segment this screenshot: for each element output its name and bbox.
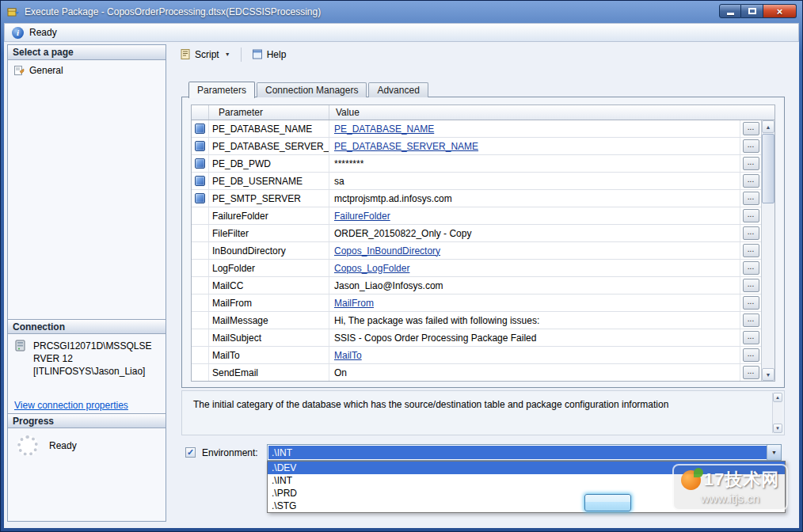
ellipsis-button[interactable]: ... bbox=[743, 174, 759, 188]
status-bar: i Ready bbox=[4, 23, 799, 42]
table-row[interactable]: MailMessageHi, The package was failed wi… bbox=[192, 312, 761, 329]
ellipsis-button[interactable]: ... bbox=[743, 244, 759, 257]
ellipsis-button[interactable]: ... bbox=[743, 192, 759, 205]
minimize-icon bbox=[727, 13, 734, 15]
table-row[interactable]: PE_DATABASE_NAMEPE_DATABASE_NAME... bbox=[192, 120, 761, 138]
package-icon bbox=[7, 6, 20, 18]
parameter-value-cell[interactable]: On bbox=[329, 364, 740, 381]
ellipsis-cell: ... bbox=[740, 260, 761, 276]
ellipsis-cell: ... bbox=[740, 294, 761, 311]
parameter-value-cell[interactable]: sa bbox=[329, 173, 740, 189]
parameter-value-cell[interactable]: mctprojsmtp.ad.infosys.com bbox=[329, 190, 740, 207]
parameter-icon bbox=[195, 176, 205, 186]
parameter-value-cell[interactable]: Copos_InBoundDirectory bbox=[329, 242, 740, 259]
ok-button[interactable] bbox=[584, 494, 631, 511]
close-button[interactable]: × bbox=[763, 4, 797, 18]
sidebar: Select a page General Connection bbox=[7, 44, 166, 522]
parameter-value-cell[interactable]: ******** bbox=[329, 155, 740, 172]
tab-strip: Parameters Connection Managers Advanced bbox=[188, 81, 430, 97]
parameter-value-cell[interactable]: Jason_Liao@Infosys.com bbox=[329, 277, 740, 294]
server-icon bbox=[14, 340, 29, 352]
table-row[interactable]: MailFromMailFrom... bbox=[192, 294, 761, 312]
parameter-value-cell[interactable]: MailTo bbox=[329, 347, 740, 363]
ellipsis-cell: ... bbox=[740, 190, 761, 207]
table-row[interactable]: MailSubjectSSIS - Copos Order Processing… bbox=[192, 329, 761, 347]
parameter-type-cell-empty bbox=[192, 207, 209, 224]
table-row[interactable]: FileFilterORDER_20150822_Only - Copy... bbox=[192, 225, 761, 242]
watermark-logo-icon bbox=[681, 470, 701, 490]
parameter-name-cell: MailCC bbox=[209, 277, 329, 294]
ellipsis-button[interactable]: ... bbox=[743, 157, 759, 170]
table-row[interactable]: PE_DB_PWD********... bbox=[192, 155, 761, 173]
ellipsis-button[interactable]: ... bbox=[743, 314, 759, 327]
ellipsis-cell: ... bbox=[740, 329, 761, 346]
table-row[interactable]: PE_DATABASE_SERVER_...PE_DATABASE_SERVER… bbox=[192, 138, 761, 155]
parameter-value-cell[interactable]: SSIS - Copos Order Processing Package Fa… bbox=[329, 329, 740, 346]
ellipsis-cell: ... bbox=[740, 242, 761, 259]
progress-header: Progress bbox=[8, 413, 166, 428]
description-scrollbar[interactable]: ▲ ▼ bbox=[772, 393, 782, 433]
environment-checkbox[interactable] bbox=[185, 447, 196, 458]
parameter-value-cell[interactable]: MailFrom bbox=[329, 294, 740, 311]
parameter-value-cell[interactable]: Hi, The package was failed with followin… bbox=[329, 312, 740, 329]
environment-combobox[interactable]: .\INT ▼ bbox=[267, 444, 782, 461]
table-row[interactable]: MailToMailTo... bbox=[192, 347, 761, 364]
desc-scroll-up-icon[interactable]: ▲ bbox=[773, 393, 782, 402]
help-button[interactable]: Help bbox=[246, 45, 292, 63]
parameter-value-cell[interactable]: Copos_LogFolder bbox=[329, 260, 740, 276]
parameter-name-cell: LogFolder bbox=[209, 260, 329, 276]
param-table-rows: PE_DATABASE_NAMEPE_DATABASE_NAME...PE_DA… bbox=[192, 120, 761, 381]
tab-parameters[interactable]: Parameters bbox=[188, 82, 255, 98]
window-title: Execute Package - CoposOrderProcessing.d… bbox=[25, 6, 321, 17]
scroll-down-icon[interactable]: ▼ bbox=[762, 368, 774, 381]
status-text: Ready bbox=[29, 27, 57, 38]
table-row[interactable]: SendEmailOn... bbox=[192, 364, 761, 381]
table-row[interactable]: LogFolderCopos_LogFolder... bbox=[192, 260, 761, 277]
minimize-button[interactable] bbox=[719, 4, 741, 18]
ellipsis-button[interactable]: ... bbox=[743, 122, 759, 135]
view-connection-properties-link[interactable]: View connection properties bbox=[14, 400, 128, 411]
header-value-column[interactable]: Value bbox=[329, 105, 774, 120]
ellipsis-button[interactable]: ... bbox=[743, 139, 759, 153]
ellipsis-button[interactable]: ... bbox=[743, 296, 759, 310]
table-row[interactable]: MailCCJason_Liao@Infosys.com... bbox=[192, 277, 761, 294]
environment-label: Environment: bbox=[202, 447, 258, 458]
parameter-value-cell[interactable]: PE_DATABASE_SERVER_NAME bbox=[329, 138, 740, 154]
table-row[interactable]: FailureFolderFailureFolder... bbox=[192, 207, 761, 225]
tab-advanced[interactable]: Advanced bbox=[368, 82, 428, 97]
dialog-content: Select a page General Connection bbox=[4, 42, 799, 528]
connection-text: PRCSGI12071D\MSSQLSERVER 12 [ITLINFOSYS\… bbox=[33, 340, 157, 378]
progress-status-text: Ready bbox=[49, 440, 77, 451]
ellipsis-button[interactable]: ... bbox=[743, 348, 759, 362]
maximize-button[interactable] bbox=[741, 4, 763, 18]
parameter-value-cell[interactable]: ORDER_20150822_Only - Copy bbox=[329, 225, 740, 241]
table-row[interactable]: InBoundDirectoryCopos_InBoundDirectory..… bbox=[192, 242, 761, 260]
table-row[interactable]: PE_SMTP_SERVERmctprojsmtp.ad.infosys.com… bbox=[192, 190, 761, 207]
parameter-value-cell[interactable]: PE_DATABASE_NAME bbox=[329, 120, 740, 137]
parameter-value-cell[interactable]: FailureFolder bbox=[329, 207, 740, 224]
sidebar-item-general[interactable]: General bbox=[13, 65, 63, 76]
table-scrollbar[interactable]: ▲ ▼ bbox=[761, 120, 774, 381]
progress-spinner-icon bbox=[17, 435, 38, 456]
ellipsis-button[interactable]: ... bbox=[743, 366, 759, 379]
ellipsis-button[interactable]: ... bbox=[743, 331, 759, 344]
ellipsis-button[interactable]: ... bbox=[743, 261, 759, 275]
parameter-type-cell bbox=[192, 120, 209, 137]
desc-scroll-down-icon[interactable]: ▼ bbox=[773, 424, 782, 433]
header-parameter-column[interactable]: Parameter bbox=[209, 105, 329, 120]
scroll-up-icon[interactable]: ▲ bbox=[762, 120, 774, 133]
script-button[interactable]: Script ▼ bbox=[174, 45, 236, 63]
ellipsis-button[interactable]: ... bbox=[743, 209, 759, 222]
parameter-type-cell-empty bbox=[192, 294, 209, 311]
ellipsis-button[interactable]: ... bbox=[743, 226, 759, 240]
ellipsis-button[interactable]: ... bbox=[743, 279, 759, 292]
scrollbar-thumb[interactable] bbox=[762, 134, 774, 203]
combo-dropdown-button[interactable]: ▼ bbox=[767, 445, 781, 460]
parameters-table: Parameter Value PE_DATABASE_NAMEPE_DATAB… bbox=[191, 104, 775, 382]
parameter-name-cell: FileFilter bbox=[209, 225, 329, 241]
parameter-icon bbox=[195, 158, 205, 169]
parameter-name-cell: MailSubject bbox=[209, 329, 329, 346]
table-row[interactable]: PE_DB_USERNAMEsa... bbox=[192, 173, 761, 190]
tab-connection-managers[interactable]: Connection Managers bbox=[257, 82, 367, 97]
ellipsis-cell: ... bbox=[740, 173, 761, 189]
